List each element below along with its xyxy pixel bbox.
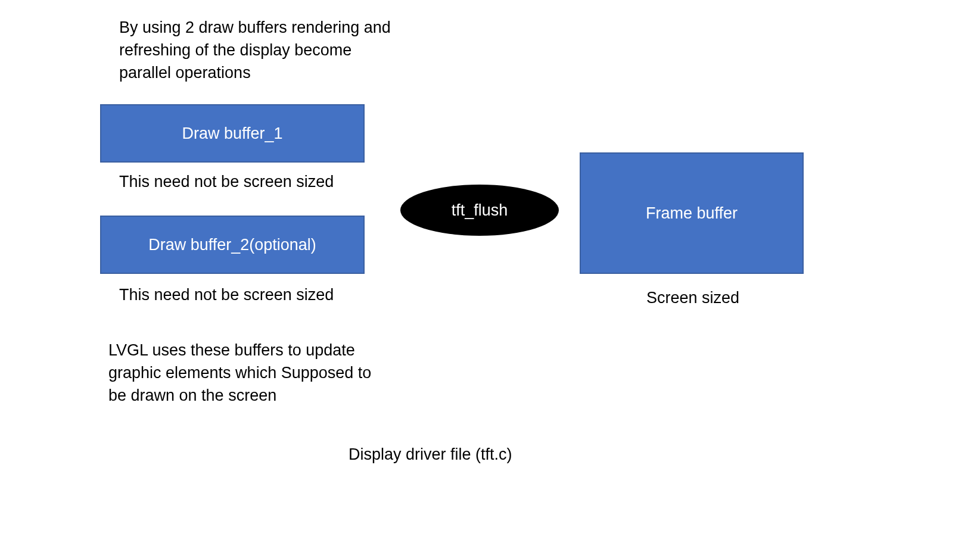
draw-buffer-1-label: Draw buffer_1 [182, 124, 282, 143]
draw-buffer-1-box: Draw buffer_1 [100, 104, 365, 163]
draw-buffer-1-caption: This need not be screen sized [119, 173, 334, 191]
lvgl-description-text: LVGL uses these buffers to update graphi… [108, 339, 382, 407]
draw-buffer-2-label: Draw buffer_2(optional) [148, 236, 316, 254]
draw-buffer-2-box: Draw buffer_2(optional) [100, 216, 365, 274]
tft-flush-label: tft_flush [452, 201, 508, 220]
frame-buffer-box: Frame buffer [580, 152, 804, 274]
footer-title-text: Display driver file (tft.c) [349, 445, 512, 464]
draw-buffer-2-caption: This need not be screen sized [119, 286, 334, 304]
frame-buffer-label: Frame buffer [646, 204, 738, 223]
top-description-text: By using 2 draw buffers rendering and re… [119, 17, 393, 84]
frame-buffer-caption: Screen sized [646, 289, 739, 307]
tft-flush-ellipse: tft_flush [400, 185, 559, 236]
